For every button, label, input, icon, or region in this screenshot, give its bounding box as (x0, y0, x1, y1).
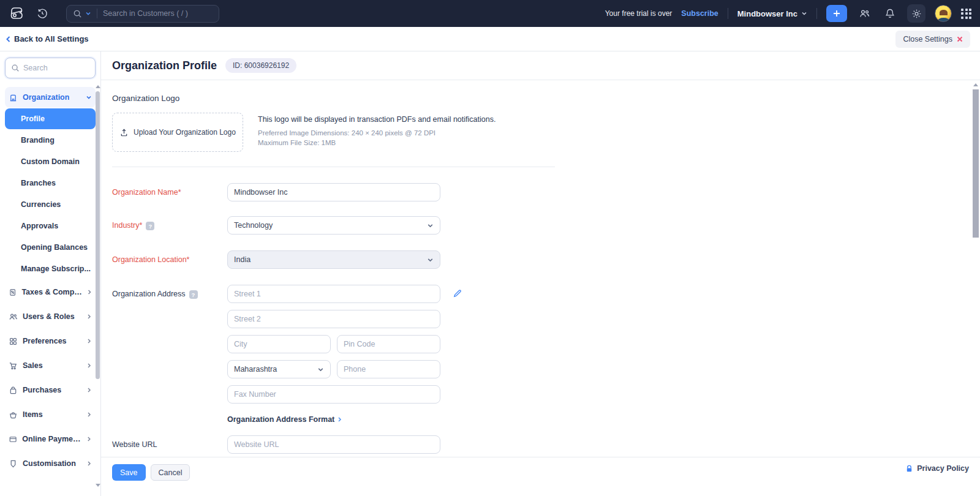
save-button[interactable]: Save (112, 464, 146, 481)
address-label: Organization Address ? (112, 285, 227, 404)
sidebar-item-custom-domain[interactable]: Custom Domain (5, 151, 96, 172)
industry-select[interactable]: Technology (227, 216, 440, 235)
upload-logo-dropzone[interactable]: Upload Your Organization Logo (112, 113, 243, 152)
org-id-badge: ID: 60036926192 (225, 58, 296, 73)
building-icon (9, 93, 18, 102)
scroll-up-arrow[interactable] (973, 83, 978, 86)
sidebar-item-manage-subscription[interactable]: Manage Subscrip... (5, 258, 96, 279)
sidebar-item-profile[interactable]: Profile (5, 108, 96, 129)
trial-status-text: Your free trial is over (605, 9, 673, 18)
chevron-right-icon (86, 363, 92, 369)
cancel-button[interactable]: Cancel (151, 464, 190, 481)
website-input[interactable] (227, 435, 440, 454)
upload-logo-label: Upload Your Organization Logo (134, 128, 236, 137)
close-settings-button[interactable]: Close Settings (895, 31, 970, 48)
privacy-policy-link[interactable]: Privacy Policy (905, 464, 969, 473)
scrollbar-thumb[interactable] (973, 89, 979, 238)
sidebar-group-online-payments[interactable]: Online Payments (5, 427, 96, 451)
search-icon (11, 64, 20, 72)
website-label: Website URL (112, 435, 227, 454)
bag-icon (9, 386, 18, 395)
sidebar-item-approvals[interactable]: Approvals (5, 216, 96, 236)
basket-icon (9, 410, 18, 419)
industry-label: Industry* ? (112, 216, 227, 235)
recent-history-icon[interactable] (34, 6, 50, 21)
sidebar-group-users-roles[interactable]: Users & Roles (5, 305, 96, 328)
chevron-down-icon[interactable] (85, 10, 91, 17)
settings-bar: Back to All Settings Close Settings (0, 27, 980, 51)
quick-create-button[interactable] (826, 5, 847, 22)
settings-gear-icon[interactable] (907, 4, 925, 23)
global-search[interactable]: Search in Customers ( / ) (66, 5, 219, 23)
help-icon[interactable]: ? (146, 222, 154, 230)
scroll-up-arrow[interactable] (96, 85, 100, 88)
chevron-right-icon (86, 387, 92, 393)
settings-sidebar: Organization Profile Branding Custom Dom… (0, 51, 101, 496)
chevron-down-icon (427, 222, 434, 229)
user-avatar[interactable] (935, 5, 952, 22)
sidebar-item-branding[interactable]: Branding (5, 130, 96, 151)
divider (97, 9, 97, 18)
scroll-down-arrow[interactable] (96, 484, 100, 487)
plus-icon (832, 9, 841, 18)
page-header: Organization Profile ID: 60036926192 (101, 51, 980, 80)
org-switcher[interactable]: Mindbowser Inc (737, 9, 807, 18)
divider (728, 8, 728, 19)
notifications-bell-icon[interactable] (882, 6, 898, 21)
sidebar-group-sales[interactable]: Sales (5, 354, 96, 377)
pincode-input[interactable] (337, 335, 440, 353)
chevron-right-icon (86, 411, 92, 418)
street1-input[interactable] (227, 285, 440, 303)
sidebar-search-input[interactable] (23, 64, 85, 72)
state-select[interactable]: Maharashtra (227, 360, 331, 378)
chevron-right-icon (337, 416, 342, 423)
logo-dimensions-text: Preferred Image Dimensions: 240 × 240 pi… (258, 129, 496, 137)
sidebar-group-customisation[interactable]: Customisation (5, 452, 96, 475)
location-select[interactable]: India (227, 250, 440, 269)
search-placeholder: Search in Customers ( / ) (103, 9, 188, 18)
chevron-down-icon (317, 366, 324, 373)
back-to-settings-link[interactable]: Back to All Settings (5, 34, 89, 43)
sidebar-scrollbar[interactable] (96, 85, 100, 487)
city-input[interactable] (227, 335, 331, 353)
books-logo[interactable] (9, 6, 24, 21)
chevron-right-icon (86, 314, 92, 320)
phone-input[interactable] (337, 360, 440, 378)
badge-icon (9, 459, 18, 468)
lock-icon (905, 465, 913, 473)
page-title: Organization Profile (112, 59, 217, 72)
main-scrollbar[interactable] (973, 83, 979, 496)
sidebar-item-branches[interactable]: Branches (5, 173, 96, 194)
chevron-right-icon (86, 338, 92, 344)
chevron-left-icon (5, 36, 12, 43)
location-label: Organization Location* (112, 250, 227, 269)
divider (816, 8, 817, 19)
upload-icon (119, 128, 129, 137)
sidebar-item-currencies[interactable]: Currencies (5, 194, 96, 215)
tax-document-icon (9, 288, 17, 297)
logo-max-size-text: Maximum File Size: 1MB (258, 139, 496, 146)
sidebar-item-opening-balances[interactable]: Opening Balances (5, 237, 96, 258)
cart-icon (9, 361, 18, 370)
chevron-down-icon (801, 10, 807, 17)
users-icon (9, 312, 18, 321)
edit-address-pencil-icon[interactable] (453, 288, 462, 298)
sidebar-group-items[interactable]: Items (5, 403, 96, 426)
sidebar-group-preferences[interactable]: Preferences (5, 329, 96, 353)
chevron-right-icon (86, 460, 92, 467)
sidebar-group-organization[interactable]: Organization (5, 87, 96, 108)
org-name-input[interactable] (227, 183, 440, 201)
scrollbar-thumb[interactable] (96, 91, 100, 379)
org-name-label: Organization Name* (112, 183, 227, 201)
fax-input[interactable] (227, 385, 440, 404)
sidebar-group-purchases[interactable]: Purchases (5, 378, 96, 402)
street2-input[interactable] (227, 310, 440, 328)
address-format-link[interactable]: Organization Address Format (227, 415, 969, 424)
credit-card-icon (9, 435, 17, 444)
subscribe-link[interactable]: Subscribe (681, 9, 718, 18)
sidebar-search[interactable] (5, 58, 96, 78)
sidebar-group-taxes-compliance[interactable]: Taxes & Complia... (5, 280, 96, 304)
help-icon[interactable]: ? (189, 290, 198, 299)
apps-grid-icon[interactable] (961, 9, 971, 19)
refer-users-icon[interactable] (856, 6, 873, 22)
